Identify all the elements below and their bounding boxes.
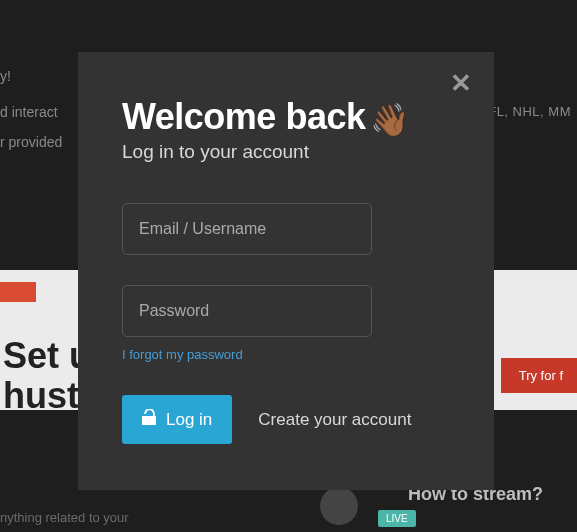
close-icon[interactable]: ✕	[450, 70, 472, 96]
modal-header: Welcome back 👋🏾 Log in to your account	[122, 96, 450, 163]
bg-button-orange	[0, 282, 36, 302]
bg-text-fragment: r provided	[0, 134, 62, 150]
modal-title: Welcome back	[122, 96, 365, 137]
unlock-icon	[142, 409, 156, 430]
login-button[interactable]: Log in	[122, 395, 232, 444]
login-button-label: Log in	[166, 410, 212, 430]
bg-text-fragment: y!	[0, 68, 11, 84]
bg-text-fragment: nything related to your	[0, 510, 129, 525]
bg-try-button: Try for f	[501, 358, 577, 393]
bg-avatar	[320, 487, 358, 525]
bg-text-fragment: FL, NHL, MM	[488, 104, 571, 119]
wave-icon: 👋🏾	[370, 102, 410, 138]
svg-rect-0	[142, 416, 156, 425]
forgot-password-link[interactable]: I forgot my password	[122, 347, 243, 362]
email-field[interactable]	[122, 203, 372, 255]
bg-live-badge: LIVE	[378, 510, 416, 527]
bg-text-fragment: d interact	[0, 104, 58, 120]
create-account-link[interactable]: Create your account	[258, 410, 411, 430]
login-modal: ✕ Welcome back 👋🏾 Log in to your account…	[78, 52, 494, 490]
modal-actions: Log in Create your account	[122, 395, 450, 444]
modal-subtitle: Log in to your account	[122, 141, 450, 163]
password-field[interactable]	[122, 285, 372, 337]
